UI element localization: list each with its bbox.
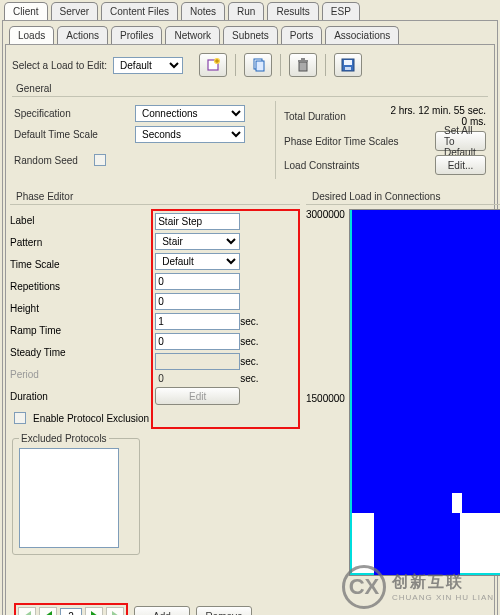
- tab-esp[interactable]: ESP: [322, 2, 360, 20]
- tab-client[interactable]: Client: [4, 2, 48, 20]
- select-load-label: Select a Load to Edit:: [12, 60, 107, 71]
- copy-icon[interactable]: [244, 53, 272, 77]
- sub-tab-loads[interactable]: Loads: [9, 26, 54, 44]
- watermark-icon: CX: [342, 565, 386, 609]
- pe-ramp-unit: sec.: [240, 316, 270, 327]
- pe-edit-button[interactable]: Edit: [155, 387, 240, 405]
- pe-ramp-input[interactable]: [155, 313, 240, 330]
- pe-steady-input[interactable]: [155, 333, 240, 350]
- phase-editor-title: Phase Editor: [14, 191, 298, 202]
- chart-ytick: 3000000: [306, 209, 345, 220]
- remove-button[interactable]: Remove: [196, 606, 252, 615]
- sub-tab-actions[interactable]: Actions: [57, 26, 108, 44]
- excluded-protocols-group: Excluded Protocols: [12, 433, 140, 555]
- pe-pattern-dropdown[interactable]: Stair: [155, 233, 240, 250]
- pe-height-label: Height: [10, 303, 39, 314]
- pe-duration-label: Duration: [10, 391, 48, 402]
- pe-duration-value: 0: [155, 373, 240, 384]
- last-page-button[interactable]: [106, 607, 124, 615]
- svg-rect-6: [301, 58, 305, 60]
- general-title: General: [14, 83, 488, 94]
- chart-area: [349, 209, 500, 576]
- pe-label-input[interactable]: [155, 213, 240, 230]
- chart-title: Desired Load in Connections: [310, 191, 500, 202]
- select-load-dropdown[interactable]: Default: [113, 57, 183, 74]
- watermark-text-en: CHUANG XIN HU LIAN: [392, 593, 494, 602]
- pe-duration-unit: sec.: [240, 373, 270, 384]
- enable-protocol-exclusion-checkbox[interactable]: [14, 412, 26, 424]
- set-all-default-button[interactable]: Set All To Default: [435, 131, 486, 151]
- new-icon[interactable]: [199, 53, 227, 77]
- sub-tab-subnets[interactable]: Subnets: [223, 26, 278, 44]
- watermark-text-zh: 创新互联: [392, 572, 494, 593]
- excluded-protocols-list[interactable]: [19, 448, 119, 548]
- pe-height-input[interactable]: [155, 293, 240, 310]
- chart-y-axis: 3000000 1500000: [306, 209, 345, 576]
- excluded-protocols-title: Excluded Protocols: [19, 433, 109, 444]
- add-button[interactable]: Add: [134, 606, 190, 615]
- pe-steady-label: Steady Time: [10, 347, 66, 358]
- chart-ytick: 1500000: [306, 393, 345, 404]
- pe-period-unit: sec.: [240, 356, 270, 367]
- load-toolbar: Select a Load to Edit: Default: [12, 53, 488, 77]
- pe-repetitions-input[interactable]: [155, 273, 240, 290]
- pe-timescale-label: Time Scale: [10, 259, 60, 270]
- tab-results[interactable]: Results: [267, 2, 318, 20]
- specification-dropdown[interactable]: Connections: [135, 105, 245, 122]
- pe-time-scales-label: Phase Editor Time Scales: [284, 136, 429, 147]
- enable-protocol-exclusion-label: Enable Protocol Exclusion: [33, 413, 149, 424]
- tab-content-files[interactable]: Content Files: [101, 2, 178, 20]
- first-page-button[interactable]: [18, 607, 36, 615]
- sub-tab-associations[interactable]: Associations: [325, 26, 399, 44]
- prev-page-button[interactable]: [39, 607, 57, 615]
- pe-period-input: [155, 353, 240, 370]
- next-page-button[interactable]: [85, 607, 103, 615]
- main-tabs: Client Server Content Files Notes Run Re…: [4, 2, 500, 20]
- pe-repetitions-label: Repetitions: [10, 281, 60, 292]
- save-icon[interactable]: [334, 53, 362, 77]
- random-seed-checkbox[interactable]: [94, 154, 106, 166]
- default-time-scale-dropdown[interactable]: Seconds: [135, 126, 245, 143]
- page-nav-highlight: [14, 603, 128, 615]
- random-seed-label: Random Seed: [14, 155, 86, 166]
- watermark-logo: CX 创新互联 CHUANG XIN HU LIAN: [342, 565, 494, 609]
- total-duration-label: Total Duration: [284, 111, 384, 122]
- sub-tab-profiles[interactable]: Profiles: [111, 26, 162, 44]
- page-number-input[interactable]: [60, 608, 82, 616]
- pe-label-label: Label: [10, 215, 34, 226]
- specification-label: Specification: [14, 108, 129, 119]
- main-tab-content: Loads Actions Profiles Network Subnets P…: [2, 20, 498, 615]
- tab-notes[interactable]: Notes: [181, 2, 225, 20]
- svg-rect-9: [345, 67, 351, 70]
- svg-rect-4: [299, 62, 307, 71]
- default-time-scale-label: Default Time Scale: [14, 129, 129, 140]
- svg-rect-3: [256, 61, 264, 71]
- svg-rect-5: [298, 60, 308, 62]
- pe-timescale-dropdown[interactable]: Default: [155, 253, 240, 270]
- tab-run[interactable]: Run: [228, 2, 264, 20]
- pe-steady-unit: sec.: [240, 336, 270, 347]
- sub-tab-ports[interactable]: Ports: [281, 26, 322, 44]
- delete-icon[interactable]: [289, 53, 317, 77]
- pe-ramp-label: Ramp Time: [10, 325, 61, 336]
- sub-tab-network[interactable]: Network: [165, 26, 220, 44]
- load-constraints-edit-button[interactable]: Edit...: [435, 155, 486, 175]
- load-constraints-label: Load Constraints: [284, 160, 429, 171]
- pe-period-label: Period: [10, 369, 39, 380]
- tab-server[interactable]: Server: [51, 2, 98, 20]
- sub-tabs: Loads Actions Profiles Network Subnets P…: [9, 26, 495, 44]
- pe-pattern-label: Pattern: [10, 237, 42, 248]
- svg-rect-8: [344, 60, 352, 65]
